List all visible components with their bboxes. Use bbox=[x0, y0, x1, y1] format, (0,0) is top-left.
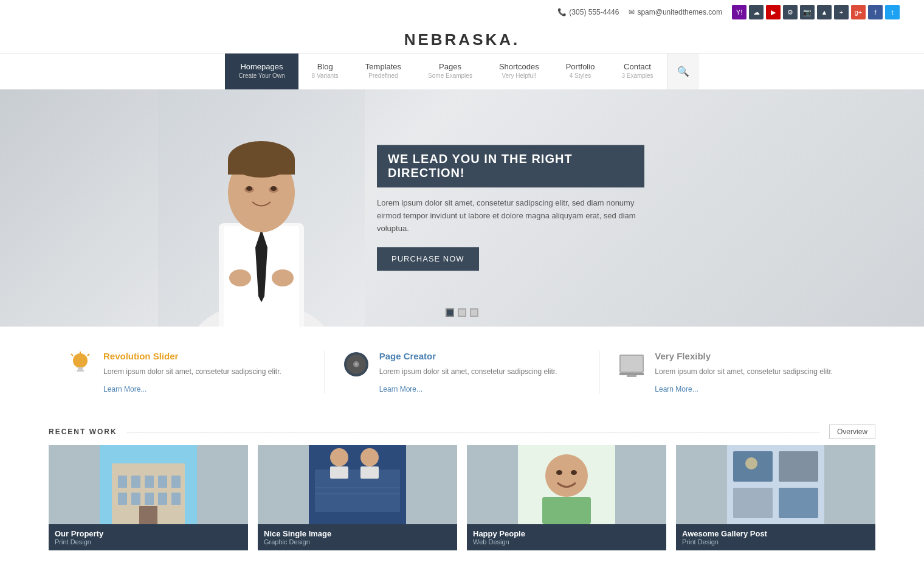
yahoo-icon[interactable]: Y! bbox=[732, 5, 746, 19]
site-logo[interactable]: NEBRASKA. bbox=[404, 30, 520, 49]
svg-rect-40 bbox=[158, 493, 167, 505]
learn-more-link-0[interactable]: Learn More... bbox=[103, 385, 147, 393]
svg-rect-28 bbox=[619, 373, 644, 375]
portfolio-item-1[interactable]: Nice Single ImageGraphic Design bbox=[258, 445, 457, 550]
feature-text-0: Revolution SliderLorem ipsum dolor sit a… bbox=[103, 351, 281, 394]
email-address: spam@unitedthemes.com bbox=[637, 8, 722, 16]
svg-point-13 bbox=[271, 186, 277, 191]
nav-item-blog[interactable]: Blog8 Variants bbox=[298, 54, 352, 89]
feature-description-0: Lorem ipsum dolor sit amet, consetetur s… bbox=[103, 366, 281, 377]
svg-point-47 bbox=[330, 448, 348, 466]
svg-point-25 bbox=[355, 363, 357, 365]
svg-rect-36 bbox=[171, 476, 181, 488]
portfolio-category-3: Print Design bbox=[682, 538, 869, 546]
instagram-icon[interactable]: 📷 bbox=[800, 5, 815, 19]
portfolio-thumbnail-2 bbox=[467, 445, 666, 524]
phone-icon: 📞 bbox=[557, 8, 567, 16]
facebook-icon[interactable]: f bbox=[868, 5, 883, 19]
youtube-icon[interactable]: ▶ bbox=[766, 5, 781, 19]
features-section: Revolution SliderLorem ipsum dolor sit a… bbox=[0, 327, 924, 418]
svg-point-12 bbox=[246, 186, 252, 191]
feature-icon-0 bbox=[67, 351, 94, 394]
hero-title: WE LEAD YOU IN THE RIGHT DIRECTION! bbox=[377, 145, 644, 187]
svg-rect-41 bbox=[171, 493, 181, 505]
hero-content: WE LEAD YOU IN THE RIGHT DIRECTION! Lore… bbox=[377, 145, 644, 271]
feature-text-2: Very FlexiblyLorem ipsum dolor sit amet,… bbox=[655, 351, 833, 394]
svg-rect-18 bbox=[77, 370, 84, 372]
overview-button[interactable]: Overview bbox=[829, 424, 875, 439]
portfolio-category-1: Graphic Design bbox=[264, 538, 451, 546]
search-button[interactable]: 🔍 bbox=[667, 54, 699, 89]
svg-point-48 bbox=[360, 448, 379, 466]
social-icons-bar: Y!☁▶⚙📷▲+g+ft bbox=[732, 5, 900, 19]
google-plus-icon[interactable]: g+ bbox=[851, 5, 866, 19]
portfolio-category-0: Print Design bbox=[55, 538, 242, 546]
svg-rect-33 bbox=[131, 476, 140, 488]
svg-rect-55 bbox=[542, 497, 591, 524]
feature-item-2: Very FlexiblyLorem ipsum dolor sit amet,… bbox=[600, 351, 875, 394]
svg-point-15 bbox=[272, 269, 294, 286]
svg-rect-17 bbox=[78, 367, 83, 370]
portfolio-caption-2: Happy PeopleWeb Design bbox=[467, 524, 666, 550]
svg-rect-49 bbox=[330, 466, 348, 479]
phone-number: (305) 555-4446 bbox=[569, 8, 619, 16]
nav-item-pages[interactable]: PagesSome Examples bbox=[415, 54, 486, 89]
svg-rect-37 bbox=[118, 493, 127, 505]
learn-more-link-2[interactable]: Learn More... bbox=[655, 385, 698, 393]
svg-point-52 bbox=[545, 454, 588, 497]
portfolio-item-3[interactable]: Awesome Gallery PostPrint Design bbox=[676, 445, 875, 550]
nav-inner: HomepagesCreate Your OwnBlog8 VariantsTe… bbox=[225, 54, 698, 89]
portfolio-item-0[interactable]: Our PropertyPrint Design bbox=[49, 445, 248, 550]
svg-point-14 bbox=[229, 269, 251, 286]
hero-text: Lorem ipsum dolor sit amet, consetetur s… bbox=[377, 197, 644, 235]
slider-dot-1[interactable] bbox=[446, 308, 454, 317]
main-nav: HomepagesCreate Your OwnBlog8 VariantsTe… bbox=[0, 53, 924, 89]
gear-icon[interactable]: ⚙ bbox=[783, 5, 798, 19]
email-icon: ✉ bbox=[629, 8, 635, 16]
portfolio-caption-0: Our PropertyPrint Design bbox=[49, 524, 248, 550]
svg-rect-39 bbox=[145, 493, 154, 505]
recent-work-title: RECENT WORK bbox=[49, 428, 117, 436]
portfolio-thumbnail-0 bbox=[49, 445, 248, 524]
purchase-now-button[interactable]: Purchase Now bbox=[377, 248, 479, 271]
portfolio-name-2: Happy People bbox=[473, 529, 660, 538]
nav-item-portfolio[interactable]: Portfolio4 Styles bbox=[553, 54, 609, 89]
feature-title-2: Very Flexibly bbox=[655, 351, 833, 361]
feature-icon-1 bbox=[343, 351, 370, 394]
hero-slider: WE LEAD YOU IN THE RIGHT DIRECTION! Lore… bbox=[0, 89, 924, 327]
feature-text-1: Page CreatorLorem ipsum dolor sit amet, … bbox=[379, 351, 557, 394]
portfolio-caption-3: Awesome Gallery PostPrint Design bbox=[676, 524, 875, 550]
phone-info: 📞 (305) 555-4446 bbox=[557, 8, 619, 16]
portfolio-thumbnail-3 bbox=[676, 445, 875, 524]
slider-dot-3[interactable] bbox=[470, 308, 478, 317]
contact-info: 📞 (305) 555-4446 ✉ spam@unitedthemes.com bbox=[557, 8, 722, 16]
nav-item-contact[interactable]: Contact3 Examples bbox=[608, 54, 666, 89]
portfolio-category-2: Web Design bbox=[473, 538, 660, 546]
svg-rect-35 bbox=[158, 476, 167, 488]
plus-icon[interactable]: + bbox=[834, 5, 849, 19]
svg-rect-38 bbox=[131, 493, 140, 505]
learn-more-link-1[interactable]: Learn More... bbox=[379, 385, 422, 393]
svg-rect-50 bbox=[360, 466, 379, 479]
svg-rect-9 bbox=[228, 159, 295, 175]
logo-bar: NEBRASKA. bbox=[0, 24, 924, 53]
nav-item-templates[interactable]: TemplatesPredefined bbox=[352, 54, 415, 89]
svg-point-16 bbox=[73, 353, 88, 368]
slider-dot-2[interactable] bbox=[458, 308, 466, 317]
marker-icon[interactable]: ▲ bbox=[817, 5, 832, 19]
svg-rect-58 bbox=[779, 451, 818, 482]
portfolio-item-2[interactable]: Happy PeopleWeb Design bbox=[467, 445, 666, 550]
svg-point-53 bbox=[556, 470, 562, 475]
svg-line-20 bbox=[71, 354, 73, 356]
nav-item-shortcodes[interactable]: ShortcodesVery Helpful! bbox=[486, 54, 553, 89]
svg-rect-59 bbox=[733, 488, 773, 518]
twitter-icon[interactable]: t bbox=[885, 5, 900, 19]
nav-item-homepages[interactable]: HomepagesCreate Your Own bbox=[225, 54, 298, 89]
portfolio-name-0: Our Property bbox=[55, 529, 242, 538]
portfolio-name-1: Nice Single Image bbox=[264, 529, 451, 538]
svg-line-21 bbox=[88, 354, 89, 356]
svg-rect-29 bbox=[627, 375, 636, 377]
cloud-icon[interactable]: ☁ bbox=[749, 5, 764, 19]
svg-point-61 bbox=[745, 457, 757, 469]
portfolio-grid: Our PropertyPrint Design Nice Single Ima… bbox=[0, 445, 924, 569]
